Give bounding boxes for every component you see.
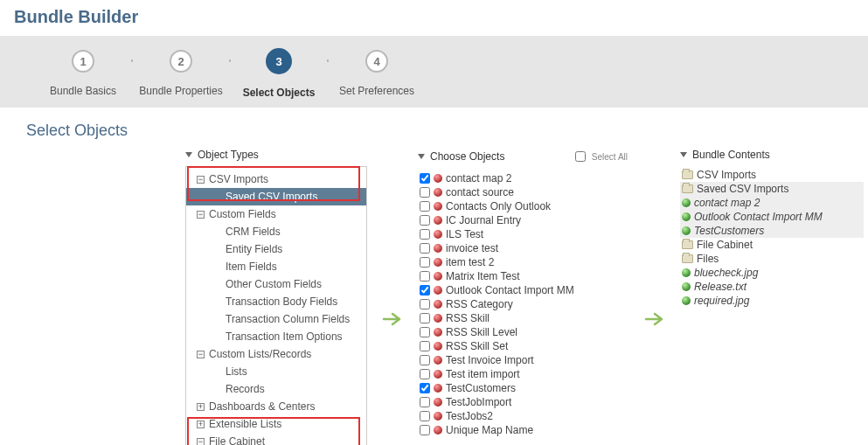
- choose-item-checkbox[interactable]: [420, 173, 430, 184]
- bundle-item[interactable]: Outlook Contact Import MM: [680, 210, 864, 224]
- choose-item[interactable]: Test item import: [418, 367, 615, 381]
- bundle-item[interactable]: File Cabinet: [680, 238, 864, 252]
- bundle-item[interactable]: CSV Imports: [680, 168, 864, 182]
- object-types-tree[interactable]: −CSV ImportsSaved CSV Imports−Custom Fie…: [185, 166, 367, 445]
- choose-item[interactable]: item test 2: [418, 255, 615, 269]
- choose-item-checkbox[interactable]: [420, 397, 430, 407]
- step-2[interactable]: 2Bundle Properties: [133, 50, 229, 97]
- choose-item-checkbox[interactable]: [420, 285, 430, 296]
- step-3[interactable]: 3Select Objects: [231, 48, 327, 99]
- tree-item[interactable]: +Extensible Lists: [186, 415, 366, 433]
- choose-item-checkbox[interactable]: [420, 229, 430, 240]
- choose-item[interactable]: invoice test: [418, 241, 615, 255]
- choose-item[interactable]: Contacts Only Outlook: [418, 199, 615, 213]
- choose-item[interactable]: Test Invoice Import: [418, 353, 615, 367]
- choose-item[interactable]: RSS Skill: [418, 311, 615, 325]
- choose-item-checkbox[interactable]: [420, 425, 430, 435]
- choose-item[interactable]: contact source: [418, 185, 615, 199]
- select-all[interactable]: Select All: [572, 149, 633, 164]
- object-icon: [434, 244, 442, 253]
- choose-item-checkbox[interactable]: [420, 243, 430, 254]
- choose-item-checkbox[interactable]: [420, 341, 430, 351]
- step-1[interactable]: 1Bundle Basics: [35, 50, 131, 97]
- choose-item-checkbox[interactable]: [420, 355, 430, 365]
- choose-item-checkbox[interactable]: [420, 383, 430, 393]
- object-icon: [434, 328, 442, 337]
- choose-item[interactable]: IC Journal Entry: [418, 213, 615, 227]
- select-all-checkbox[interactable]: [575, 151, 586, 162]
- choose-item-checkbox[interactable]: [420, 215, 430, 226]
- tree-item[interactable]: Other Custom Fields: [186, 275, 366, 293]
- choose-item-label: Test item import: [446, 367, 520, 381]
- choose-item[interactable]: Matrix Item Test: [418, 269, 615, 283]
- choose-item[interactable]: Unique Map Name: [418, 423, 615, 437]
- choose-item[interactable]: ILS Test: [418, 227, 615, 241]
- choose-item-checkbox[interactable]: [420, 201, 430, 212]
- tree-item[interactable]: +Dashboards & Centers: [186, 398, 366, 415]
- choose-item[interactable]: RSS Skill Level: [418, 325, 615, 339]
- collapse-icon[interactable]: −: [197, 438, 205, 446]
- tree-item[interactable]: Saved CSV Imports: [186, 188, 366, 205]
- choose-item-checkbox[interactable]: [420, 187, 430, 198]
- bundle-item[interactable]: required.jpg: [680, 294, 864, 308]
- bundle-item-label: required.jpg: [694, 294, 749, 308]
- step-circle: 4: [365, 50, 388, 73]
- choose-item-checkbox[interactable]: [420, 299, 430, 309]
- tree-item[interactable]: Transaction Body Fields: [186, 293, 366, 310]
- tree-item[interactable]: Item Fields: [186, 258, 366, 275]
- step-label: Set Preferences: [339, 85, 414, 97]
- tree-item-label: Saved CSV Imports: [226, 190, 317, 204]
- bundle-item[interactable]: Saved CSV Imports: [680, 182, 864, 196]
- choose-item[interactable]: contact map 2: [418, 171, 615, 185]
- collapse-icon[interactable]: −: [197, 211, 205, 219]
- object-icon: [434, 202, 442, 211]
- bundle-item[interactable]: bluecheck.jpg: [680, 266, 864, 280]
- bundle-item-label: contact map 2: [694, 196, 760, 210]
- choose-item[interactable]: TestCustomers: [418, 381, 615, 395]
- folder-icon: [682, 240, 693, 249]
- choose-item[interactable]: Outlook Contact Import MM: [418, 283, 615, 297]
- bundle-item[interactable]: Files: [680, 252, 864, 266]
- choose-item[interactable]: TestJobs2: [418, 409, 615, 423]
- choose-item-label: invoice test: [446, 241, 498, 255]
- choose-item[interactable]: RSS Category: [418, 297, 615, 311]
- bundle-item[interactable]: TestCustomers: [680, 224, 864, 238]
- collapse-icon[interactable]: −: [197, 351, 205, 358]
- choose-item[interactable]: RSS Skill Set: [418, 339, 615, 353]
- choose-item-checkbox[interactable]: [420, 411, 430, 421]
- page-title: Bundle Builder: [0, 0, 868, 36]
- bundle-item[interactable]: contact map 2: [680, 196, 864, 210]
- choose-item-checkbox[interactable]: [420, 257, 430, 268]
- tree-item[interactable]: Entity Fields: [186, 240, 366, 258]
- bundle-contents-header[interactable]: Bundle Contents: [680, 145, 867, 166]
- bundle-item[interactable]: Release.txt: [680, 280, 864, 294]
- folder-icon: [682, 254, 693, 263]
- collapse-icon[interactable]: −: [197, 176, 205, 184]
- tree-item[interactable]: Transaction Item Options: [186, 328, 366, 345]
- step-label: Bundle Properties: [139, 85, 222, 97]
- step-4[interactable]: 4Set Preferences: [329, 50, 425, 97]
- choose-item[interactable]: TestJobImport: [418, 395, 615, 409]
- choose-objects-header[interactable]: Choose Objects Select All: [418, 145, 633, 170]
- choose-item-checkbox[interactable]: [420, 271, 430, 282]
- object-types-header[interactable]: Object Types: [185, 145, 371, 166]
- step-connector: [229, 59, 231, 62]
- expand-icon[interactable]: +: [197, 403, 205, 411]
- choose-item-checkbox[interactable]: [420, 327, 430, 337]
- step-circle: 2: [170, 50, 192, 73]
- choose-item-checkbox[interactable]: [420, 369, 430, 379]
- tree-item[interactable]: −CSV Imports: [186, 170, 366, 188]
- tree-item-label: Extensible Lists: [209, 417, 281, 431]
- choose-item-checkbox[interactable]: [420, 313, 430, 323]
- tree-item[interactable]: CRM Fields: [186, 223, 366, 240]
- tree-item[interactable]: Records: [186, 380, 366, 398]
- tree-item[interactable]: −File Cabinet: [186, 433, 366, 445]
- bundle-contents-column: Bundle Contents CSV ImportsSaved CSV Imp…: [680, 145, 867, 308]
- tree-item[interactable]: Lists: [186, 363, 366, 380]
- tree-item-label: Dashboards & Centers: [209, 400, 315, 414]
- tree-item[interactable]: −Custom Lists/Records: [186, 345, 366, 363]
- expand-icon[interactable]: +: [197, 421, 205, 428]
- tree-item[interactable]: Transaction Column Fields: [186, 310, 366, 328]
- bundle-item-label: TestCustomers: [694, 224, 764, 238]
- tree-item[interactable]: −Custom Fields: [186, 205, 366, 223]
